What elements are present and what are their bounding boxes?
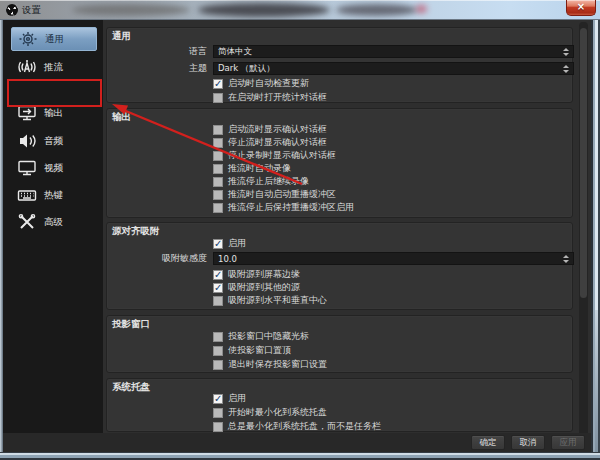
settings-sidebar: 通用 推流 输出 音频	[3, 20, 103, 433]
checkbox-tray-enable[interactable]	[213, 394, 223, 404]
check-row: 使投影窗口置顶	[213, 345, 291, 356]
button-bar: 确定 取消 应用	[3, 433, 591, 452]
check-row: 启用	[213, 393, 246, 404]
check-row: 在启动时打开统计对话框	[213, 92, 327, 103]
checkbox-snap-to-screen-edge[interactable]	[213, 270, 223, 280]
group-title: 输出	[112, 111, 131, 124]
sidebar-item-label: 通用	[45, 33, 64, 46]
dropdown-spinner-icon	[563, 48, 569, 56]
sidebar-item-stream[interactable]: 推流	[11, 56, 97, 78]
check-row: 推流时自动启动重播缓冲区	[213, 189, 336, 200]
theme-label: 主题	[107, 62, 207, 75]
snap-sensitivity-input[interactable]: 10.0	[213, 252, 574, 265]
checkbox-projector-always-on-top[interactable]	[213, 346, 223, 356]
window-border-right	[591, 20, 600, 460]
check-row: 启动流时显示确认对话框	[213, 124, 327, 135]
sidebar-item-advanced[interactable]: 高级	[11, 211, 97, 233]
group-title: 源对齐吸附	[112, 225, 160, 238]
sidebar-item-video[interactable]: 视频	[11, 157, 97, 179]
output-icon	[14, 104, 39, 122]
checkbox-replay-buffer-while-streaming[interactable]	[213, 190, 223, 200]
snap-sensitivity-label: 吸附敏感度	[107, 252, 207, 265]
checkbox-auto-check-updates[interactable]	[213, 79, 223, 89]
number-spinner-icon	[563, 255, 569, 263]
language-select[interactable]: 简体中文	[213, 45, 574, 58]
settings-content: 通用 语言 简体中文 主题 Dark （默认）	[103, 20, 591, 433]
sidebar-item-general[interactable]: 通用	[11, 27, 97, 51]
checkbox-record-when-streaming[interactable]	[213, 164, 223, 174]
group-general: 通用 语言 简体中文 主题 Dark （默认）	[106, 27, 573, 103]
checkbox-open-stats-on-startup[interactable]	[213, 93, 223, 103]
sidebar-item-audio[interactable]: 音频	[11, 130, 97, 152]
checkbox-save-projector-on-exit[interactable]	[213, 360, 223, 370]
window-title: 设置	[22, 4, 41, 17]
cancel-button[interactable]: 取消	[511, 435, 545, 450]
theme-select[interactable]: Dark （默认）	[213, 62, 574, 75]
checkbox-confirm-stop-stream[interactable]	[213, 138, 223, 148]
scrollbar-thumb[interactable]	[580, 28, 587, 298]
group-title: 系统托盘	[112, 381, 150, 394]
window-border-bottom	[0, 452, 600, 460]
check-row: 启动时自动检查更新	[213, 78, 309, 89]
sidebar-item-label: 推流	[44, 61, 63, 74]
vertical-scrollbar[interactable]	[579, 22, 588, 448]
check-row: 停止流时显示确认对话框	[213, 137, 327, 148]
blurred-title-text	[198, 3, 330, 17]
sidebar-item-label: 音频	[44, 135, 63, 148]
checkbox-confirm-stop-recording[interactable]	[213, 151, 223, 161]
checkbox-minimize-to-tray-on-start[interactable]	[213, 408, 223, 418]
blurred-title-dot	[416, 5, 427, 13]
tools-icon	[14, 213, 39, 231]
group-title: 投影窗口	[112, 318, 150, 331]
blurred-title-text	[336, 4, 418, 16]
sidebar-item-label: 视频	[44, 162, 63, 175]
group-snapping: 源对齐吸附 启用 吸附敏感度 10.0 吸附源到屏幕边缘	[106, 222, 573, 310]
dialog-body: 通用 推流 输出 音频	[3, 20, 591, 452]
check-row: 启用	[213, 238, 246, 249]
settings-window: 设置 × 通用 推流 输出	[0, 0, 600, 460]
titlebar: 设置 ×	[0, 0, 600, 20]
checkbox-keep-recording-after-stream[interactable]	[213, 177, 223, 187]
group-output: 输出 启动流时显示确认对话框 停止流时显示确认对话框 停止录制时显示确认对话框 …	[106, 108, 573, 218]
gear-icon	[15, 30, 40, 48]
close-button[interactable]: ×	[566, 0, 596, 16]
apply-button[interactable]: 应用	[551, 435, 585, 450]
check-row: 吸附源到其他的源	[213, 282, 300, 293]
dropdown-spinner-icon	[563, 65, 569, 73]
check-row: 吸附源到水平和垂直中心	[213, 295, 327, 306]
check-row: 退出时保存投影窗口设置	[213, 359, 327, 370]
group-title: 通用	[112, 30, 131, 43]
checkbox-hide-cursor-projector[interactable]	[213, 332, 223, 342]
obs-logo-icon	[6, 4, 18, 16]
snap-sensitivity-value: 10.0	[218, 254, 237, 264]
sidebar-item-hotkeys[interactable]: 热键	[11, 184, 97, 206]
group-projector: 投影窗口 投影窗口中隐藏光标 使投影窗口置顶 退出时保存投影窗口设置	[106, 315, 573, 373]
keyboard-icon	[14, 186, 39, 204]
monitor-icon	[14, 159, 39, 177]
checkbox-snap-to-other-sources[interactable]	[213, 283, 223, 293]
checkbox-snap-to-center[interactable]	[213, 296, 223, 306]
check-row: 开始时最小化到系统托盘	[213, 407, 327, 418]
ok-button[interactable]: 确定	[471, 435, 505, 450]
check-row: 吸附源到屏幕边缘	[213, 269, 300, 280]
group-tray: 系统托盘 启用 开始时最小化到系统托盘 总是最小化到系统托盘，而不是任务栏	[106, 378, 573, 432]
sidebar-item-label: 输出	[44, 107, 63, 120]
checkbox-always-minimize-to-tray[interactable]	[213, 422, 223, 432]
check-row: 推流时自动录像	[213, 163, 291, 174]
blurred-title-text	[72, 4, 190, 16]
checkbox-keep-replay-buffer-after-stream[interactable]	[213, 203, 223, 213]
sidebar-item-label: 热键	[44, 189, 63, 202]
language-value: 简体中文	[218, 46, 252, 58]
check-row: 推流停止后继续录像	[213, 176, 309, 187]
check-row: 推流停止后保持重播缓冲区启用	[213, 202, 354, 213]
checkbox-confirm-start-stream[interactable]	[213, 125, 223, 135]
check-row: 投影窗口中隐藏光标	[213, 331, 309, 342]
antenna-icon	[14, 58, 39, 76]
checkbox-snapping-enable[interactable]	[213, 239, 223, 249]
sidebar-item-output[interactable]: 输出	[11, 102, 97, 124]
theme-value: Dark （默认）	[218, 63, 275, 75]
check-row: 总是最小化到系统托盘，而不是任务栏	[213, 421, 381, 432]
speaker-icon	[14, 132, 39, 150]
sidebar-item-label: 高级	[44, 216, 63, 229]
check-row: 停止录制时显示确认对话框	[213, 150, 336, 161]
